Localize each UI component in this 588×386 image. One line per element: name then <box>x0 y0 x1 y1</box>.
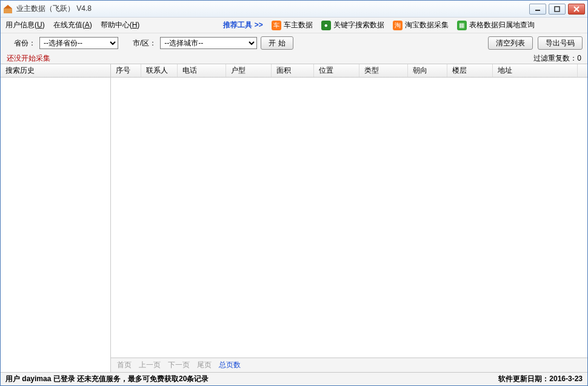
maximize-button[interactable] <box>549 4 566 15</box>
app-window: 业主数据（飞跃） V4.8 用户信息(U) 在线充值(A) 帮助中心(H) 推荐… <box>0 0 588 386</box>
col-phone[interactable]: 电话 <box>178 64 226 77</box>
province-select[interactable]: --选择省份-- <box>39 37 118 49</box>
tool-table-region[interactable]: ▦表格数据归属地查询 <box>457 20 535 30</box>
col-area[interactable]: 面积 <box>272 64 314 77</box>
tool-keyword-search[interactable]: ●关键字搜索数据 <box>321 20 384 30</box>
col-tail <box>578 64 587 77</box>
table-icon: ▦ <box>457 21 467 30</box>
left-panel: 搜索历史 <box>1 64 111 372</box>
search-history-body[interactable] <box>1 78 110 372</box>
toolbar-links: 推荐工具 >> 车车主数据 ●关键字搜索数据 淘淘宝数据采集 ▦表格数据归属地查… <box>223 20 534 30</box>
col-index[interactable]: 序号 <box>111 64 141 77</box>
recommend-label: 推荐工具 >> <box>223 20 262 30</box>
globe-icon: ● <box>321 21 331 30</box>
footer-bar: 用户 dayimaa 已登录 还未充值服务，最多可免费获取20条记录 软件更新日… <box>1 372 587 385</box>
pager-last[interactable]: 尾页 <box>197 360 212 370</box>
car-icon: 车 <box>272 21 281 30</box>
province-label: 省份： <box>14 38 36 48</box>
city-select[interactable]: --选择城市-- <box>160 37 257 49</box>
bag-icon: 淘 <box>393 21 403 30</box>
menu-recharge[interactable]: 在线充值(A) <box>53 20 92 30</box>
close-button[interactable] <box>568 4 585 15</box>
table-header: 序号 联系人 电话 户型 面积 位置 类型 朝向 楼层 地址 <box>111 64 587 78</box>
minimize-button[interactable] <box>529 4 546 15</box>
clear-list-button[interactable]: 清空列表 <box>488 36 533 50</box>
col-category[interactable]: 类型 <box>359 64 408 77</box>
pager: 首页 上一页 下一页 尾页 总页数 <box>111 358 587 372</box>
collect-status: 还没开始采集 <box>7 53 50 64</box>
col-address[interactable]: 地址 <box>493 64 578 77</box>
status-line: 还没开始采集 过滤重复数：0 <box>1 53 587 64</box>
pager-total[interactable]: 总页数 <box>219 360 241 370</box>
search-history-label: 搜索历史 <box>1 64 110 77</box>
filter-bar: 省份： --选择省份-- 市/区： --选择城市-- 开 始 清空列表 导出号码 <box>1 33 587 53</box>
col-floor[interactable]: 楼层 <box>447 64 493 77</box>
col-type[interactable]: 户型 <box>226 64 272 77</box>
window-title: 业主数据（飞跃） V4.8 <box>16 4 529 14</box>
pager-first[interactable]: 首页 <box>117 360 132 370</box>
col-orientation[interactable]: 朝向 <box>408 64 447 77</box>
pager-prev[interactable]: 上一页 <box>139 360 161 370</box>
duplicate-filter-status: 过滤重复数：0 <box>533 53 581 64</box>
app-icon <box>3 4 13 14</box>
update-date: 软件更新日期：2016-3-23 <box>498 374 583 384</box>
export-numbers-button[interactable]: 导出号码 <box>538 36 583 50</box>
login-status: 用户 dayimaa 已登录 还未充值服务，最多可免费获取20条记录 <box>5 374 209 384</box>
menu-bar: 用户信息(U) 在线充值(A) 帮助中心(H) 推荐工具 >> 车车主数据 ●关… <box>1 18 587 33</box>
svg-rect-3 <box>555 7 560 12</box>
menu-user-info[interactable]: 用户信息(U) <box>5 20 45 30</box>
svg-marker-1 <box>4 5 12 8</box>
title-bar: 业主数据（飞跃） V4.8 <box>1 1 587 18</box>
city-label: 市/区： <box>133 38 156 48</box>
main-area: 搜索历史 序号 联系人 电话 户型 面积 位置 类型 朝向 楼层 地址 首页 上… <box>1 64 587 372</box>
search-history-header: 搜索历史 <box>1 64 110 78</box>
pager-next[interactable]: 下一页 <box>168 360 190 370</box>
menu-help[interactable]: 帮助中心(H) <box>101 20 140 30</box>
window-buttons <box>529 4 585 15</box>
col-contact[interactable]: 联系人 <box>141 64 178 77</box>
svg-rect-0 <box>4 8 12 13</box>
tool-car-data[interactable]: 车车主数据 <box>272 20 313 30</box>
start-button[interactable]: 开 始 <box>261 36 293 50</box>
col-location[interactable]: 位置 <box>314 64 359 77</box>
tool-taobao-collect[interactable]: 淘淘宝数据采集 <box>393 20 449 30</box>
right-panel: 序号 联系人 电话 户型 面积 位置 类型 朝向 楼层 地址 首页 上一页 下一… <box>111 64 587 372</box>
table-body[interactable] <box>111 78 587 358</box>
